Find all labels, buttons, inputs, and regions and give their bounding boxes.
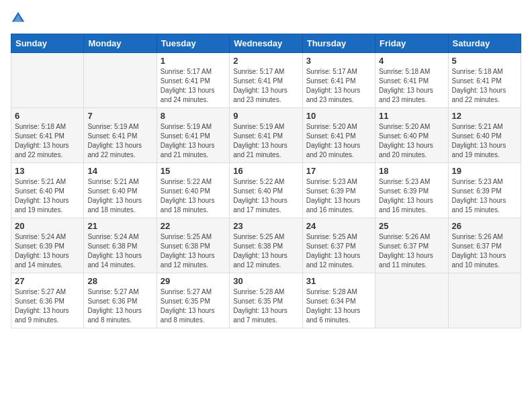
day-number: 14 <box>87 166 152 176</box>
day-number: 18 <box>379 166 444 176</box>
weekday-header-sunday: Sunday <box>11 34 84 53</box>
day-info: Sunrise: 5:17 AM Sunset: 6:41 PM Dayligh… <box>306 67 371 105</box>
calendar-cell: 19Sunrise: 5:23 AM Sunset: 6:39 PM Dayli… <box>448 163 521 218</box>
day-number: 29 <box>161 276 226 286</box>
weekday-header-saturday: Saturday <box>448 34 521 53</box>
day-number: 27 <box>15 276 80 286</box>
day-number: 20 <box>15 221 80 231</box>
day-info: Sunrise: 5:19 AM Sunset: 6:41 PM Dayligh… <box>161 122 226 160</box>
calendar-cell: 15Sunrise: 5:22 AM Sunset: 6:40 PM Dayli… <box>157 163 229 218</box>
calendar-cell: 23Sunrise: 5:25 AM Sunset: 6:38 PM Dayli… <box>230 218 302 273</box>
weekday-header-monday: Monday <box>84 34 157 53</box>
day-info: Sunrise: 5:23 AM Sunset: 6:39 PM Dayligh… <box>306 177 371 215</box>
calendar-cell: 10Sunrise: 5:20 AM Sunset: 6:41 PM Dayli… <box>302 108 375 163</box>
day-info: Sunrise: 5:21 AM Sunset: 6:40 PM Dayligh… <box>87 177 152 215</box>
calendar-cell <box>84 53 157 108</box>
calendar-cell: 26Sunrise: 5:26 AM Sunset: 6:37 PM Dayli… <box>448 218 521 273</box>
day-number: 16 <box>233 166 298 176</box>
calendar-cell: 4Sunrise: 5:18 AM Sunset: 6:41 PM Daylig… <box>375 53 448 108</box>
day-info: Sunrise: 5:19 AM Sunset: 6:41 PM Dayligh… <box>87 122 152 160</box>
day-number: 8 <box>161 111 226 121</box>
calendar-cell: 18Sunrise: 5:23 AM Sunset: 6:39 PM Dayli… <box>375 163 448 218</box>
day-number: 25 <box>379 221 444 231</box>
day-info: Sunrise: 5:26 AM Sunset: 6:37 PM Dayligh… <box>452 232 517 270</box>
calendar-cell: 8Sunrise: 5:19 AM Sunset: 6:41 PM Daylig… <box>157 108 229 163</box>
day-info: Sunrise: 5:22 AM Sunset: 6:40 PM Dayligh… <box>161 177 226 215</box>
weekday-header-wednesday: Wednesday <box>230 34 302 53</box>
day-info: Sunrise: 5:17 AM Sunset: 6:41 PM Dayligh… <box>161 67 226 105</box>
day-info: Sunrise: 5:28 AM Sunset: 6:34 PM Dayligh… <box>306 287 371 325</box>
day-number: 10 <box>306 111 371 121</box>
day-info: Sunrise: 5:21 AM Sunset: 6:40 PM Dayligh… <box>452 122 517 160</box>
day-number: 21 <box>87 221 152 231</box>
day-info: Sunrise: 5:24 AM Sunset: 6:39 PM Dayligh… <box>15 232 80 270</box>
calendar-cell: 3Sunrise: 5:17 AM Sunset: 6:41 PM Daylig… <box>302 53 375 108</box>
weekday-header-friday: Friday <box>375 34 448 53</box>
calendar-cell: 16Sunrise: 5:22 AM Sunset: 6:40 PM Dayli… <box>230 163 302 218</box>
calendar-table: SundayMondayTuesdayWednesdayThursdayFrid… <box>11 34 521 328</box>
week-row-4: 20Sunrise: 5:24 AM Sunset: 6:39 PM Dayli… <box>11 218 521 273</box>
week-row-2: 6Sunrise: 5:18 AM Sunset: 6:41 PM Daylig… <box>11 108 521 163</box>
calendar-cell: 13Sunrise: 5:21 AM Sunset: 6:40 PM Dayli… <box>11 163 84 218</box>
calendar-cell: 14Sunrise: 5:21 AM Sunset: 6:40 PM Dayli… <box>84 163 157 218</box>
day-number: 23 <box>233 221 298 231</box>
day-number: 31 <box>306 276 371 286</box>
calendar-cell: 29Sunrise: 5:27 AM Sunset: 6:35 PM Dayli… <box>157 273 229 328</box>
header-row: SundayMondayTuesdayWednesdayThursdayFrid… <box>11 34 521 53</box>
day-number: 28 <box>87 276 152 286</box>
day-info: Sunrise: 5:23 AM Sunset: 6:39 PM Dayligh… <box>452 177 517 215</box>
calendar-cell: 11Sunrise: 5:20 AM Sunset: 6:40 PM Dayli… <box>375 108 448 163</box>
day-number: 4 <box>379 56 444 66</box>
calendar-cell: 31Sunrise: 5:28 AM Sunset: 6:34 PM Dayli… <box>302 273 375 328</box>
day-info: Sunrise: 5:21 AM Sunset: 6:40 PM Dayligh… <box>15 177 80 215</box>
day-info: Sunrise: 5:18 AM Sunset: 6:41 PM Dayligh… <box>379 67 444 105</box>
day-info: Sunrise: 5:18 AM Sunset: 6:41 PM Dayligh… <box>15 122 80 160</box>
day-info: Sunrise: 5:18 AM Sunset: 6:41 PM Dayligh… <box>452 67 517 105</box>
day-info: Sunrise: 5:17 AM Sunset: 6:41 PM Dayligh… <box>233 67 298 105</box>
day-number: 11 <box>379 111 444 121</box>
calendar-cell: 12Sunrise: 5:21 AM Sunset: 6:40 PM Dayli… <box>448 108 521 163</box>
day-number: 6 <box>15 111 80 121</box>
calendar-cell: 28Sunrise: 5:27 AM Sunset: 6:36 PM Dayli… <box>84 273 157 328</box>
calendar-cell: 7Sunrise: 5:19 AM Sunset: 6:41 PM Daylig… <box>84 108 157 163</box>
day-number: 30 <box>233 276 298 286</box>
calendar-cell: 2Sunrise: 5:17 AM Sunset: 6:41 PM Daylig… <box>230 53 302 108</box>
day-number: 17 <box>306 166 371 176</box>
day-number: 2 <box>233 56 298 66</box>
day-number: 19 <box>452 166 517 176</box>
day-info: Sunrise: 5:19 AM Sunset: 6:41 PM Dayligh… <box>233 122 298 160</box>
calendar-header: SundayMondayTuesdayWednesdayThursdayFrid… <box>11 34 521 53</box>
day-number: 12 <box>452 111 517 121</box>
weekday-header-thursday: Thursday <box>302 34 375 53</box>
day-info: Sunrise: 5:20 AM Sunset: 6:40 PM Dayligh… <box>379 122 444 160</box>
calendar-cell: 27Sunrise: 5:27 AM Sunset: 6:36 PM Dayli… <box>11 273 84 328</box>
day-number: 3 <box>306 56 371 66</box>
day-number: 24 <box>306 221 371 231</box>
day-info: Sunrise: 5:26 AM Sunset: 6:37 PM Dayligh… <box>379 232 444 270</box>
calendar-cell: 5Sunrise: 5:18 AM Sunset: 6:41 PM Daylig… <box>448 53 521 108</box>
calendar-cell: 6Sunrise: 5:18 AM Sunset: 6:41 PM Daylig… <box>11 108 84 163</box>
calendar-cell: 30Sunrise: 5:28 AM Sunset: 6:35 PM Dayli… <box>230 273 302 328</box>
day-number: 7 <box>87 111 152 121</box>
day-info: Sunrise: 5:25 AM Sunset: 6:38 PM Dayligh… <box>161 232 226 270</box>
day-number: 1 <box>161 56 226 66</box>
calendar-body: 1Sunrise: 5:17 AM Sunset: 6:41 PM Daylig… <box>11 53 521 328</box>
calendar-cell: 1Sunrise: 5:17 AM Sunset: 6:41 PM Daylig… <box>157 53 229 108</box>
day-info: Sunrise: 5:27 AM Sunset: 6:35 PM Dayligh… <box>161 287 226 325</box>
day-number: 26 <box>452 221 517 231</box>
calendar-cell: 24Sunrise: 5:25 AM Sunset: 6:37 PM Dayli… <box>302 218 375 273</box>
day-info: Sunrise: 5:25 AM Sunset: 6:37 PM Dayligh… <box>306 232 371 270</box>
logo <box>11 11 28 28</box>
day-info: Sunrise: 5:23 AM Sunset: 6:39 PM Dayligh… <box>379 177 444 215</box>
page-header <box>11 11 521 28</box>
calendar-cell <box>448 273 521 328</box>
calendar-cell: 17Sunrise: 5:23 AM Sunset: 6:39 PM Dayli… <box>302 163 375 218</box>
calendar-cell: 25Sunrise: 5:26 AM Sunset: 6:37 PM Dayli… <box>375 218 448 273</box>
calendar-cell <box>11 53 84 108</box>
week-row-3: 13Sunrise: 5:21 AM Sunset: 6:40 PM Dayli… <box>11 163 521 218</box>
day-number: 13 <box>15 166 80 176</box>
day-info: Sunrise: 5:22 AM Sunset: 6:40 PM Dayligh… <box>233 177 298 215</box>
day-number: 22 <box>161 221 226 231</box>
day-info: Sunrise: 5:24 AM Sunset: 6:38 PM Dayligh… <box>87 232 152 270</box>
calendar-cell <box>375 273 448 328</box>
